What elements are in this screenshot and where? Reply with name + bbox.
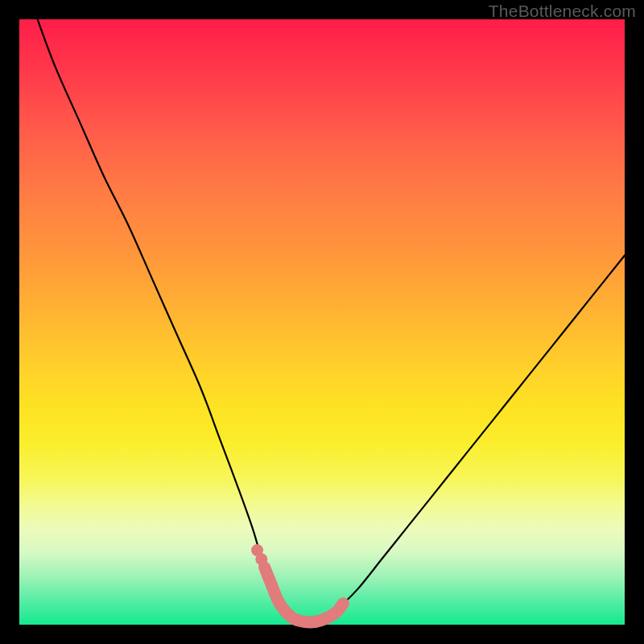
highlight-dot-lower	[255, 553, 267, 565]
chart-frame: TheBottleneck.com	[0, 0, 644, 644]
chart-svg	[19, 19, 625, 625]
watermark-text: TheBottleneck.com	[489, 2, 636, 21]
plot-area	[19, 19, 625, 625]
bottleneck-curve	[38, 19, 625, 622]
optimal-zone-highlight	[265, 568, 344, 622]
